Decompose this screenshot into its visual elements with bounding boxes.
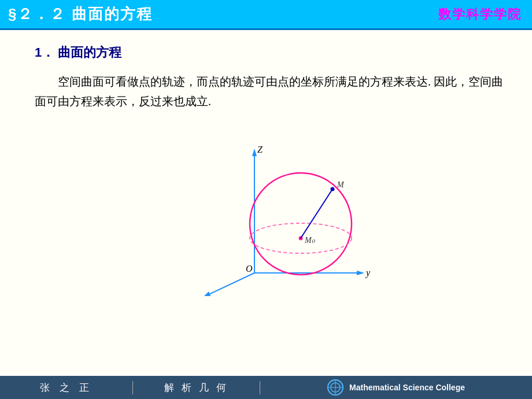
paragraph-text: 空间曲面可看做点的轨迹，而点的轨迹可由点的坐标所满足的方程来表达. 因此，空间曲…	[35, 72, 503, 111]
coordinate-diagram: Z y x O M₀ M	[153, 117, 385, 296]
header: §２．２ 曲面的方程 数学科学学院	[0, 0, 532, 30]
z-axis-arrow	[252, 149, 257, 156]
diagram-container: Z y x O M₀ M	[35, 117, 503, 296]
header-college: 数学科学学院	[438, 6, 522, 23]
y-axis-arrow	[357, 271, 364, 275]
origin-label: O	[246, 264, 253, 274]
header-title: §２．２ 曲面的方程	[8, 4, 153, 24]
footer: 张 之 正 解 析 几 何 Mathematical Science Colle…	[0, 376, 532, 399]
x-axis	[205, 273, 254, 296]
section-title: 1． 曲面的方程	[35, 44, 503, 61]
main-content: 1． 曲面的方程 空间曲面可看做点的轨迹，而点的轨迹可由点的坐标所满足的方程来表…	[0, 30, 532, 376]
m-point	[331, 187, 335, 191]
z-label: Z	[257, 145, 263, 154]
sphere-outline	[250, 173, 352, 275]
footer-college-section: Mathematical Science College	[260, 379, 532, 396]
footer-logo-icon	[327, 379, 343, 396]
footer-college-text: Mathematical Science College	[349, 383, 465, 392]
footer-subject: 解 析 几 何	[133, 381, 260, 394]
m0-label: M₀	[304, 236, 316, 245]
m-label: M	[337, 180, 345, 189]
footer-author: 张 之 正	[0, 381, 133, 394]
y-label: y	[365, 268, 371, 278]
x-label: x	[197, 295, 201, 296]
radius-line	[301, 189, 332, 238]
